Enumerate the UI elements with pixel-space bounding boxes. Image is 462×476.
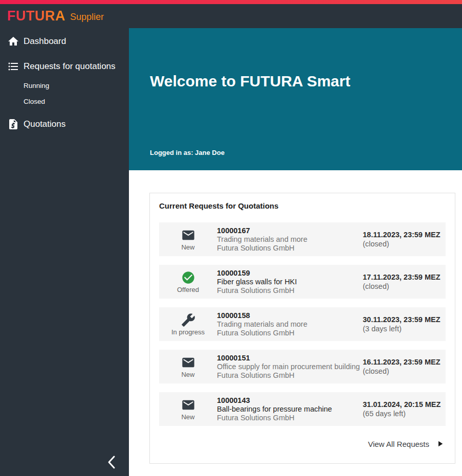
card-footer: View All Requests: [159, 439, 446, 448]
rfq-deadline: (3 days left): [363, 324, 444, 333]
rfq-company: Futura Solutions GmbH: [217, 329, 363, 337]
rfq-company: Futura Solutions GmbH: [217, 414, 363, 422]
rfq-status-cell: New: [159, 228, 217, 251]
sidebar-item-dashboard[interactable]: Dashboard: [7, 34, 129, 49]
rfq-row[interactable]: New 10000151 Office supply for main proc…: [159, 350, 446, 383]
rfq-date: 18.11.2023, 23:59 MEZ: [363, 230, 444, 239]
rfq-status-label: New: [181, 243, 194, 251]
sidebar-item-running[interactable]: Running: [24, 80, 129, 90]
rfq-id: 10000167: [217, 226, 363, 235]
rfq-description: Trading materials and more: [217, 320, 363, 329]
rfq-date: 31.01.2024, 20:15 MEZ: [363, 400, 444, 409]
rfq-details: 10000159 Fiber glass walls for HKI Futur…: [217, 269, 363, 295]
rfq-company: Futura Solutions GmbH: [217, 371, 363, 380]
rfq-row[interactable]: New 10000143 Ball-bearings for pressure …: [159, 392, 446, 426]
home-icon: [7, 35, 19, 48]
sidebar-item-label: Quotations: [24, 119, 65, 129]
rfq-deadline: (closed): [363, 239, 444, 248]
rfq-description: Fiber glass walls for HKI: [217, 278, 363, 286]
rfq-date: 16.11.2023, 23:59 MEZ: [363, 357, 444, 367]
page-title: Welcome to FUTURA Smart: [150, 73, 447, 90]
rfq-row[interactable]: In progress 10000158 Trading materials a…: [159, 307, 446, 341]
rfq-company: Futura Solutions GmbH: [217, 286, 363, 295]
rfq-details: 10000158 Trading materials and more Futu…: [217, 311, 363, 337]
rfq-id: 10000159: [217, 269, 363, 278]
rfq-status-label: New: [181, 371, 194, 378]
app-header: FUTURA Supplier: [0, 4, 462, 28]
sidebar-item-label: Requests for quotations: [24, 61, 116, 72]
rfq-company: Futura Solutions GmbH: [217, 244, 363, 253]
view-all-requests-link[interactable]: View All Requests: [368, 440, 429, 448]
rfq-status-cell: New: [159, 355, 217, 378]
play-arrow-icon[interactable]: [435, 439, 445, 448]
welcome-banner: Welcome to FUTURA Smart Logged in as: Ja…: [129, 28, 462, 170]
mail-icon: [181, 355, 195, 370]
rfq-list: New 10000167 Trading materials and more …: [159, 222, 446, 426]
rfq-description: Trading materials and more: [217, 235, 363, 244]
wrench-icon: [181, 313, 195, 327]
list-icon: [7, 60, 19, 73]
rfq-id: 10000143: [217, 396, 363, 405]
rfq-deadline: (closed): [363, 367, 444, 376]
mail-icon: [181, 228, 195, 242]
accent-top-strip: [0, 0, 462, 4]
rfq-row[interactable]: Offered 10000159 Fiber glass walls for H…: [159, 265, 446, 299]
chevron-left-icon: [106, 455, 118, 471]
rfq-date: 17.11.2023, 23:59 MEZ: [363, 273, 444, 282]
rfq-date-cell: 17.11.2023, 23:59 MEZ (closed): [363, 273, 446, 291]
request-quote-icon: [7, 118, 19, 130]
rfq-status-label: New: [181, 413, 194, 421]
logged-in-user: Logged in as: Jane Doe: [150, 149, 225, 156]
rfq-deadline: (closed): [363, 282, 444, 291]
rfq-row[interactable]: New 10000167 Trading materials and more …: [159, 222, 446, 256]
current-requests-card: Current Requests for Quotations New 1000…: [149, 193, 455, 464]
rfq-date: 30.11.2023, 23:59 MEZ: [363, 315, 444, 324]
rfq-status-cell: Offered: [159, 270, 217, 293]
rfq-date-cell: 30.11.2023, 23:59 MEZ (3 days left): [363, 315, 446, 333]
sidebar-item-label: Dashboard: [24, 36, 66, 47]
rfq-status-label: Offered: [177, 286, 199, 293]
sidebar-item-quotations[interactable]: Quotations: [7, 117, 129, 132]
rfq-id: 10000151: [217, 354, 363, 362]
rfq-description: Office supply for main procurement build…: [217, 362, 363, 371]
rfq-id: 10000158: [217, 311, 363, 320]
rfq-date-cell: 16.11.2023, 23:59 MEZ (closed): [363, 357, 446, 376]
check-circle-icon: [181, 270, 195, 285]
rfq-details: 10000151 Office supply for main procurem…: [217, 354, 363, 380]
rfq-date-cell: 31.01.2024, 20:15 MEZ (65 days left): [363, 400, 446, 418]
mail-icon: [181, 398, 195, 412]
sidebar-collapse-button[interactable]: [104, 454, 120, 471]
rfq-deadline: (65 days left): [363, 409, 444, 418]
main-content: Welcome to FUTURA Smart Logged in as: Ja…: [129, 28, 462, 476]
rfq-date-cell: 18.11.2023, 23:59 MEZ (closed): [363, 230, 446, 248]
sidebar: Dashboard Requests for quotations Runnin…: [0, 28, 129, 476]
rfq-status-cell: In progress: [159, 313, 217, 336]
card-title: Current Requests for Quotations: [159, 201, 446, 210]
rfq-description: Ball-bearings for pressure machine: [217, 405, 363, 414]
sidebar-item-requests-for-quotations[interactable]: Requests for quotations: [7, 59, 129, 74]
sidebar-item-closed[interactable]: Closed: [24, 96, 129, 106]
rfq-details: 10000167 Trading materials and more Futu…: [217, 226, 363, 253]
brand-suffix: Supplier: [70, 10, 104, 22]
rfq-status-label: In progress: [171, 328, 205, 336]
brand-logo: FUTURA: [7, 8, 65, 24]
rfq-status-cell: New: [159, 398, 217, 421]
app-window: FUTURA Supplier Dashboard Requests for q…: [0, 0, 462, 476]
rfq-details: 10000143 Ball-bearings for pressure mach…: [217, 396, 363, 422]
